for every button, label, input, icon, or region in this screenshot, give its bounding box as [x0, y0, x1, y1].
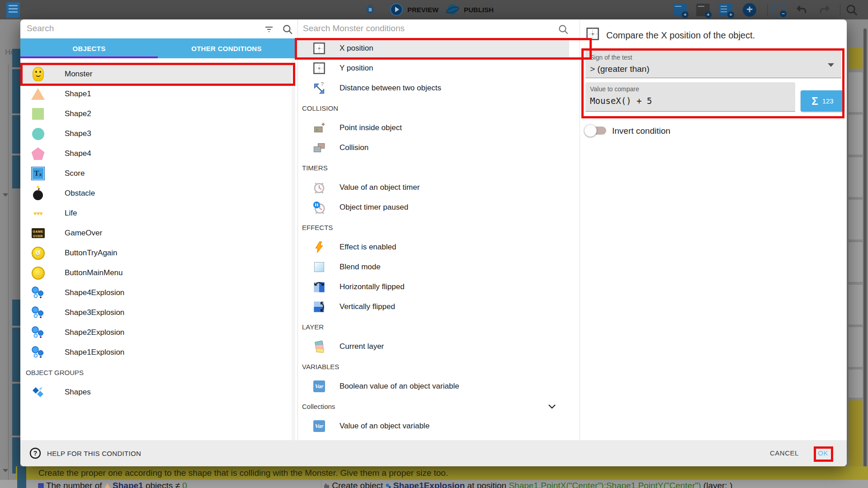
condition-row-point-inside[interactable]: ++ Point inside object	[298, 118, 569, 138]
objects-panel-icon[interactable]: +	[673, 4, 687, 16]
remove-instance-icon[interactable]: −	[772, 4, 786, 16]
sign-of-test-value: > (greater than)	[590, 64, 650, 74]
object-row-shape4explosion[interactable]: Shape4Explosion	[20, 283, 292, 303]
filter-icon[interactable]	[264, 24, 274, 35]
tab-other-conditions[interactable]: OTHER CONDITIONS	[158, 38, 295, 58]
chevron-down-icon[interactable]	[547, 401, 557, 412]
point-inside-icon: ++	[312, 121, 326, 135]
triangle-sprite-icon	[30, 85, 46, 103]
active-tab-underline	[20, 56, 158, 58]
condition-row-effect-enabled[interactable]: Effect is enabled	[298, 237, 569, 257]
condition-search-input[interactable]	[302, 23, 546, 34]
condition-row-flipped-v[interactable]: Vertically flipped	[298, 297, 569, 317]
add-circle-icon[interactable]: +	[743, 3, 756, 17]
retry-button-sprite-icon: ↺	[30, 244, 46, 262]
object-selector-panel: OBJECTS OTHER CONDITIONS Monster Shape1 …	[20, 19, 295, 440]
cancel-button[interactable]: CANCEL	[766, 448, 802, 458]
condition-row-timer-value[interactable]: Value of an object timer	[298, 178, 569, 197]
event-sheet-scrollbar[interactable]	[863, 28, 867, 485]
event-condition-text: The number of Shape1 objects ≠ 0	[38, 481, 187, 488]
search-icon[interactable]	[557, 23, 569, 35]
object-row-buttonmainmenu[interactable]: ⌂ ButtonMainMenu	[20, 263, 292, 283]
object-row-shape2[interactable]: Shape2	[20, 104, 292, 124]
particle-emitter-icon	[30, 324, 46, 342]
particle-emitter-icon	[30, 304, 46, 322]
variable-icon: Var	[312, 379, 326, 394]
object-row-score[interactable]: Tx Score	[20, 164, 292, 183]
condition-selector-panel: X position Y position ? Distance between…	[297, 19, 580, 440]
preview-play-icon[interactable]	[390, 3, 403, 16]
redo-icon[interactable]	[818, 4, 831, 16]
ok-button[interactable]: OK	[815, 448, 831, 458]
condition-section-layer: LAYER	[298, 317, 569, 337]
object-row-life[interactable]: ♥♥♥ Life	[20, 203, 292, 223]
object-row-monster[interactable]: Monster	[20, 64, 292, 84]
group-icon	[30, 383, 46, 401]
object-row-shape3explosion[interactable]: Shape3Explosion	[20, 303, 292, 323]
editor-toolbar: PREVIEW PUBLISH + + + + −	[0, 0, 868, 19]
zoom-search-icon[interactable]	[845, 3, 859, 17]
instruction-editor-dialog: OBJECTS OTHER CONDITIONS Monster Shape1 …	[20, 19, 847, 466]
condition-parameters-panel: Compare the X position of the object. Si…	[580, 19, 847, 440]
svg-text:+: +	[321, 122, 325, 128]
condition-row-distance[interactable]: ? Distance between two objects	[298, 78, 569, 98]
dropdown-caret-icon[interactable]	[828, 63, 834, 67]
properties-panel-icon[interactable]: +	[719, 4, 732, 16]
value-to-compare-value: MouseX() + 5	[590, 96, 652, 106]
object-row-shape4[interactable]: Shape4	[20, 144, 292, 164]
undo-icon[interactable]	[795, 4, 808, 16]
collision-icon	[312, 141, 326, 155]
position-icon	[312, 61, 326, 75]
object-row-shapes-group[interactable]: Shapes	[20, 382, 292, 402]
object-row-shape1explosion[interactable]: Shape1Explosion	[20, 343, 292, 362]
condition-row-blend-mode[interactable]: Blend mode	[298, 257, 569, 277]
flip-vertical-icon	[312, 300, 326, 314]
search-icon[interactable]	[282, 23, 293, 35]
project-manager-icon[interactable]	[6, 2, 20, 18]
dialog-footer: ? HELP FOR THIS CONDITION CANCEL OK	[20, 440, 847, 466]
distance-icon: ?	[312, 81, 326, 95]
help-button[interactable]: ? HELP FOR THIS CONDITION	[29, 447, 141, 459]
publish-globe-icon[interactable]	[446, 3, 459, 16]
particle-emitter-icon	[30, 343, 46, 361]
publish-button[interactable]: PUBLISH	[464, 6, 494, 14]
condition-row-current-layer[interactable]: Current layer	[298, 337, 569, 357]
condition-row-timer-paused[interactable]: Object timer paused	[298, 197, 569, 217]
invert-condition-toggle[interactable]	[585, 127, 606, 135]
condition-row-value-variable[interactable]: Var Value of an object variable	[298, 416, 569, 436]
condition-search-row	[298, 19, 580, 38]
object-row-shape2explosion[interactable]: Shape2Explosion	[20, 323, 292, 343]
object-row-buttontryagain[interactable]: ↺ ButtonTryAgain	[20, 243, 292, 263]
value-to-compare-input[interactable]: Value to compare MouseX() + 5	[585, 82, 795, 112]
condition-row-boolean-variable[interactable]: Var Boolean value of an object variable	[298, 376, 569, 396]
object-row-obstacle[interactable]: ✦ Obstacle	[20, 183, 292, 203]
object-row-shape3[interactable]: Shape3	[20, 124, 292, 144]
object-row-shape1[interactable]: Shape1	[20, 84, 292, 104]
background-comment-row: Create the proper one according to the s…	[16, 466, 868, 480]
lightning-icon	[312, 240, 326, 254]
condition-row-x-position[interactable]: X position	[298, 38, 569, 58]
condition-list: X position Y position ? Distance between…	[298, 38, 569, 436]
condition-row-collision[interactable]: Collision	[298, 138, 569, 158]
object-row-gameover[interactable]: GAMEOVER GameOver	[20, 223, 292, 243]
svg-text:+: +	[316, 127, 318, 132]
debugger-icon[interactable]	[364, 4, 376, 15]
condition-row-y-position[interactable]: Y position	[298, 58, 569, 78]
expression-editor-button[interactable]: Σ 123	[801, 90, 844, 112]
condition-row-flipped-h[interactable]: Horizontally flipped	[298, 277, 569, 297]
tab-objects[interactable]: OBJECTS	[20, 38, 158, 58]
object-list-scrollbar[interactable]	[292, 58, 295, 440]
condition-section-collections[interactable]: Collections	[298, 396, 569, 416]
groups-panel-icon[interactable]: +	[696, 4, 710, 16]
monster-sprite-icon	[30, 65, 46, 83]
preview-button[interactable]: PREVIEW	[407, 6, 439, 14]
condition-section-timers: TIMERS	[298, 158, 569, 178]
value-to-compare-label: Value to compare	[590, 85, 639, 93]
shape1-mini-icon	[104, 483, 110, 488]
sign-of-test-select[interactable]: Sign of the test > (greater than)	[585, 51, 841, 78]
condition-count-icon	[38, 483, 44, 488]
condition-section-effects: EFFECTS	[298, 217, 569, 237]
timer-icon	[312, 180, 326, 195]
object-search-input[interactable]	[26, 23, 252, 34]
object-list: Monster Shape1 Shape2 Shape3 Shape4	[20, 64, 292, 402]
